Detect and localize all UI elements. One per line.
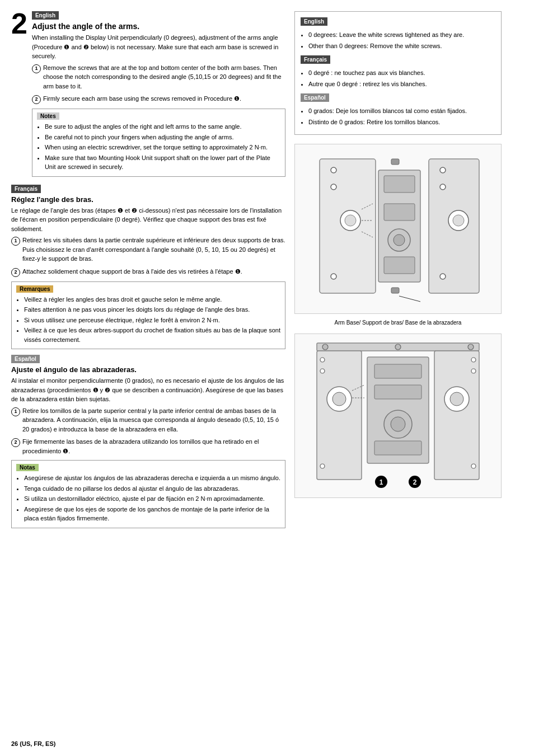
section-title-english: Adjust the angle of the arms. [32,22,285,31]
step-circle-1-francais: 1 [11,237,20,246]
right-francais-item-1: Autre que 0 degré : retirez les vis blan… [308,79,495,90]
right-english-item-0: 0 degrees: Leave the white screws tighte… [308,30,495,40]
svg-point-30 [332,392,346,406]
note-item-espanol-3: Asegúrese de que los ejes de soporte de … [24,505,280,523]
note-item-english-3: Make sure that two Mounting Hook Unit su… [45,153,280,172]
svg-point-46 [471,369,476,373]
step-circle-1-espanol: 1 [11,407,20,416]
notes-title-espanol: Notas [16,464,39,471]
page-footer: 26 (US, FR, ES) [11,740,55,747]
section-title-espanol: Ajuste el ángulo de las abrazaderas. [11,365,285,374]
note-item-english-1: Be careful not to pinch your fingers whe… [45,133,280,142]
step-text-2-english: Firmly secure each arm base using the sc… [43,94,241,104]
note-item-francais-1: Faites attention à ne pas vous pincer le… [24,305,280,314]
svg-point-16 [440,167,446,173]
step-text-1-francais: Retirez les vis situées dans la partie c… [22,236,285,264]
note-item-english-2: When using an electric screwdriver, set … [45,143,280,152]
svg-point-25 [322,344,328,350]
right-espanol-item-1: Distinto de 0 grados: Retire los tornill… [308,118,495,128]
svg-point-45 [471,358,476,362]
arm-base-label: Arm Base/ Support de bras/ Base de la ab… [294,318,502,327]
svg-rect-37 [374,364,421,378]
svg-point-31 [320,358,325,362]
note-item-english-0: Be sure to adjust the angles of the righ… [45,122,280,132]
svg-rect-10 [384,176,415,192]
note-item-francais-3: Veillez à ce que les deux arbres-support… [24,326,280,344]
step-circle-1-english: 1 [32,64,41,73]
note-item-espanol-2: Si utiliza un destornillador eléctrico, … [24,494,280,504]
svg-point-33 [320,464,325,468]
section-intro-english: When installing the Display Unit perpend… [32,33,285,61]
svg-rect-22 [391,288,399,293]
svg-rect-38 [374,385,421,399]
svg-point-26 [395,344,401,350]
svg-point-32 [320,369,325,373]
right-espanol-item-0: 0 grados: Deje los tornillos blancos tal… [308,106,495,116]
diagram-top [294,144,502,314]
step-text-1-english: Remove the screws that are at the top an… [43,63,285,91]
svg-rect-41 [374,441,421,455]
note-item-espanol-0: Asegúrese de ajustar los ángulos de las … [24,473,280,483]
svg-point-40 [391,417,405,431]
svg-text:1: 1 [380,478,383,486]
svg-point-47 [471,464,476,468]
lang-badge-right-espanol: Español [301,93,329,102]
diagram-bottom: 1 2 [294,334,502,498]
svg-line-23 [399,296,420,302]
svg-point-27 [468,344,474,350]
svg-point-5 [345,215,356,226]
note-item-francais-0: Veillez à régler les angles des bras dro… [24,295,280,304]
step-circle-2-english: 2 [32,95,41,104]
svg-rect-11 [384,204,415,220]
step-number: 2 [11,9,27,38]
section-intro-espanol: Al instalar el monitor perpendicularment… [11,376,285,404]
step-circle-2-espanol: 2 [11,438,20,447]
lang-badge-right-english: English [301,17,327,26]
note-item-espanol-1: Tenga cuidado de no pillarse los dedos a… [24,484,280,494]
step-text-2-francais: Attachez solidement chaque support de br… [22,267,242,277]
svg-point-13 [394,234,405,246]
lang-badge-espanol: Español [11,355,40,363]
svg-point-17 [440,184,446,190]
svg-point-3 [331,274,336,279]
notes-title-english: Notes [37,112,59,120]
right-english-item-1: Other than 0 degrees: Remove the white s… [308,41,495,51]
section-intro-francais: Le réglage de l'angle des bras (étapes ❶… [11,206,285,234]
svg-text:2: 2 [413,478,417,486]
step-text-2-espanol: Fije firmemente las bases de la abrazade… [22,437,285,456]
notes-title-francais: Remarques [16,285,53,293]
right-info-box: English 0 degrees: Leave the white screw… [294,11,502,135]
step-text-1-espanol: Retire los tornillos de la parte superio… [22,406,285,434]
lang-badge-english-left: English [32,11,59,20]
svg-rect-14 [384,257,415,274]
svg-point-18 [440,274,446,279]
svg-point-1 [331,167,336,173]
svg-rect-21 [391,159,399,165]
lang-badge-right-francais: Français [301,55,330,64]
svg-point-44 [450,392,463,406]
section-title-francais: Réglez l'angle des bras. [11,195,285,204]
note-item-francais-2: Si vous utilisez une perceuse électrique… [24,316,280,325]
svg-point-20 [453,215,464,226]
lang-badge-francais: Français [11,185,41,193]
svg-point-2 [331,184,336,190]
step-circle-2-francais: 2 [11,268,20,277]
right-francais-item-0: 0 degré : ne touchez pas aux vis blanche… [308,68,495,78]
